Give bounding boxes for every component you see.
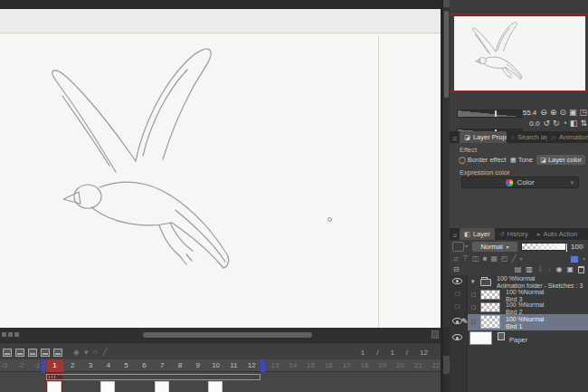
tab-animation-cels[interactable]: ▷ Animation cels	[547, 131, 588, 143]
panel-menu-icon[interactable]: ≡	[450, 232, 460, 240]
frame-number[interactable]: 17	[337, 361, 356, 369]
layer-mask-icon[interactable]: ◉	[555, 266, 562, 273]
canvas-hscrollbar[interactable]	[0, 328, 441, 342]
rotate-cw-icon[interactable]: ↻	[553, 120, 560, 128]
layer-thumbnail[interactable]	[480, 302, 500, 312]
layer-color-button[interactable]: ◪ Layer color	[536, 155, 585, 165]
paper-sheet-icon[interactable]	[498, 332, 505, 340]
vscroll-thumb[interactable]	[444, 11, 449, 98]
visibility-eye-icon[interactable]	[454, 292, 460, 296]
rotate-reset-icon[interactable]: ◔	[563, 120, 567, 128]
zoom-reset-icon[interactable]: ⊙	[559, 109, 566, 117]
frame-number[interactable]: 15	[302, 361, 320, 369]
palette-color-swatch[interactable]	[570, 255, 579, 263]
timeline-cel-thumbnail[interactable]	[47, 381, 62, 392]
rotate-ccw-icon[interactable]: ↺	[543, 120, 550, 128]
frame-number[interactable]: 14	[284, 361, 302, 369]
visibility-eye-icon[interactable]	[452, 278, 462, 284]
visibility-eye-icon[interactable]	[452, 334, 462, 340]
frame-number[interactable]: 8	[171, 361, 189, 369]
current-frame-marker[interactable]: 1	[46, 359, 64, 372]
transfer-icon[interactable]: ⊤	[462, 255, 469, 263]
frame-number[interactable]: 19	[374, 361, 392, 369]
layer-list-view-icon[interactable]: ⊟	[453, 266, 460, 273]
animation-folder-track-bar[interactable]	[46, 374, 261, 380]
layer-row-bird-1[interactable]: ✎100 %NormalBird 1	[450, 314, 588, 330]
vscroll-arrow-box[interactable]	[443, 0, 450, 7]
canvas-vscrollbar[interactable]	[443, 0, 450, 328]
transfer-down-icon[interactable]: ⇓	[537, 266, 544, 273]
actual-size-icon[interactable]: ◳	[579, 109, 587, 117]
frame-number[interactable]: 3	[81, 361, 100, 369]
opacity-slider[interactable]	[521, 243, 568, 251]
frame-number[interactable]: 6	[136, 361, 154, 369]
ruler-icon[interactable]: ╱	[512, 255, 517, 263]
timeline-track-area[interactable]	[0, 372, 441, 392]
timeline-cel-thumbnail[interactable]	[100, 381, 115, 392]
zoom-out-icon[interactable]: ⊖	[540, 109, 547, 117]
frame-number[interactable]: 2	[63, 361, 81, 369]
duplicate-cel-icon[interactable]	[28, 349, 37, 357]
delete-cel-icon[interactable]	[41, 349, 50, 357]
layer-row-bird-2[interactable]: 100 %NormalBird 2	[450, 301, 588, 314]
border-effect-button[interactable]: ◯ Border effect	[459, 156, 507, 164]
layer-row-animation-folder-sketches-3[interactable]: ▾100 %NormalAnimation folder - Sketches …	[450, 275, 588, 289]
palette-color-combo[interactable]	[452, 242, 464, 252]
canvas-workspace[interactable]	[0, 9, 441, 328]
timeline-ruler[interactable]: -3-2-11234567891011121314151617181920212…	[0, 359, 441, 372]
navigator-zoom-slider[interactable]	[457, 110, 522, 118]
new-animation-folder-icon[interactable]	[15, 349, 24, 357]
layer-thumbnail[interactable]	[480, 290, 500, 300]
zoom-in-icon[interactable]: ⊕	[550, 109, 557, 117]
frame-number[interactable]: 20	[392, 361, 410, 369]
cel-batch-icon[interactable]	[53, 349, 62, 357]
frame-number[interactable]: 11	[225, 361, 243, 369]
frame-number[interactable]: -3	[0, 361, 10, 369]
fit-to-screen-icon[interactable]: ▣	[569, 109, 577, 117]
frame-number[interactable]: -2	[15, 361, 26, 369]
layer-thumbnail[interactable]	[469, 331, 492, 345]
edit-timeline-icon[interactable]: ╱	[102, 349, 107, 357]
frame-number[interactable]: 5	[118, 361, 136, 369]
navigator-preview[interactable]	[454, 16, 585, 91]
flip-horizontal-icon[interactable]: ◧	[570, 120, 578, 128]
frame-number[interactable]: 12	[242, 361, 261, 369]
tone-button[interactable]: ▦ Tone	[510, 156, 533, 164]
hscroll-corner-icon[interactable]	[432, 330, 439, 339]
playback-start-marker[interactable]	[42, 359, 45, 372]
layer-thumbnail[interactable]	[480, 315, 500, 329]
frame-number[interactable]: 18	[356, 361, 374, 369]
blend-mode-select[interactable]: Normal ▾	[472, 242, 517, 252]
playback-end-marker[interactable]	[261, 359, 265, 372]
tab-layer-property[interactable]: ◪ Layer Property	[460, 131, 507, 143]
draw-target-icon[interactable]: ▱	[453, 255, 459, 263]
lock-transparent-icon[interactable]: ▦	[491, 255, 498, 263]
frame-number[interactable]: 9	[189, 361, 207, 369]
frame-number[interactable]: 13	[266, 361, 284, 369]
flip-vertical-icon[interactable]: ⇅	[580, 120, 587, 128]
expand-chevron-icon[interactable]: ▾	[471, 278, 475, 285]
tab-layer[interactable]: ◧ Layer	[460, 228, 494, 240]
frame-number[interactable]: 16	[319, 361, 337, 369]
visibility-eye-icon[interactable]	[454, 304, 460, 309]
hscroll-left-icon[interactable]	[2, 332, 6, 337]
new-animation-cel-icon[interactable]	[3, 349, 12, 357]
frame-number[interactable]: 10	[207, 361, 225, 369]
frame-number[interactable]: 21	[409, 361, 427, 369]
lock-icon[interactable]: ■	[483, 255, 488, 263]
hscroll-left3-icon[interactable]	[14, 332, 19, 337]
dropdown-icon[interactable]: ▾	[84, 349, 89, 357]
tab-auto-action[interactable]: ▸ Auto Action	[533, 228, 577, 240]
new-folder-icon[interactable]: ▥	[526, 266, 533, 273]
expression-color-dropdown[interactable]: Color ▾	[461, 177, 579, 188]
reference-icon[interactable]: ◰	[501, 255, 508, 263]
timeline-cel-thumbnail[interactable]	[155, 381, 169, 392]
apply-mask-icon[interactable]: ▣	[566, 266, 574, 273]
tab-history[interactable]: ↺ History	[495, 228, 533, 240]
hscroll-left2-icon[interactable]	[8, 332, 13, 337]
merge-down-icon[interactable]: ↓	[547, 266, 551, 273]
opacity-spinner-icon[interactable]: ↕	[583, 243, 586, 249]
hscroll-thumb[interactable]	[143, 332, 312, 338]
frame-number[interactable]: 4	[100, 361, 118, 369]
new-layer-icon[interactable]: ▤	[515, 266, 522, 273]
